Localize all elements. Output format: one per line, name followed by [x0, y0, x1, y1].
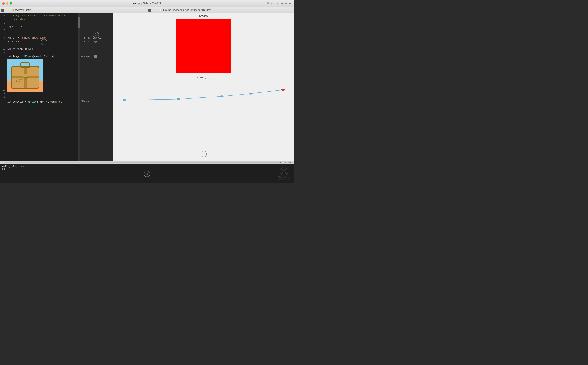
- result-row-2: [80, 21, 113, 25]
- result-row-3: [80, 25, 113, 29]
- grid-icon[interactable]: [1, 8, 4, 12]
- console-line-2: 24: [2, 168, 292, 170]
- code-line-4: [7, 29, 78, 32]
- grid-icon-right[interactable]: [148, 8, 151, 12]
- forward-nav-button[interactable]: ›: [9, 8, 11, 12]
- eye-button[interactable]: [94, 55, 97, 58]
- code-line-5: [7, 32, 78, 36]
- svg-line-16: [285, 172, 287, 174]
- maximize-button[interactable]: [10, 2, 12, 5]
- annotation-2: 2: [93, 32, 99, 38]
- result-row-1: [80, 14, 113, 17]
- progress-time-label: – 30 sec +: [283, 161, 292, 164]
- code-line-11: let image = UIImage(named: "icon")|: [7, 55, 78, 58]
- tab-right: ‹ › 🕐 Timeline › MyPlayground2.playgroun…: [147, 7, 294, 13]
- status-text: Ready: [133, 2, 140, 5]
- breadcrumb: 🕐 Timeline › MyPlayground2.playground (T…: [159, 9, 211, 11]
- traffic-lights: [0, 2, 12, 5]
- main-split: 1 2 3 4 5 6 7 8 9 10 11 12 13 14 //: Pla…: [0, 13, 294, 161]
- code-line-1: //: Playground – noun: a place where peo…: [7, 14, 78, 17]
- progress-bar: ▽ – 30 sec +: [0, 161, 294, 164]
- code-line-2: [7, 21, 78, 25]
- chart-point-1: [123, 99, 126, 101]
- result-row-11: w 1,024 h: [80, 55, 113, 58]
- close-button[interactable]: [2, 2, 5, 5]
- code-line-13: [7, 96, 78, 100]
- result-row-1b: [80, 17, 113, 21]
- result-row-9: [80, 47, 113, 51]
- result-row-7: "Hello, playgr...: [80, 40, 113, 43]
- window-split-icon[interactable]: ▭: [280, 2, 283, 5]
- result-row-12: [80, 92, 113, 96]
- code-line-1b: can play: [7, 17, 78, 21]
- breadcrumb-timeline: Timeline: [163, 9, 171, 11]
- annotation-1: 1: [41, 39, 47, 45]
- watermark-wheel-icon: [280, 167, 289, 176]
- progress-fill: [280, 162, 281, 163]
- breadcrumb-file: MyPlayground2.playground (Timeline): [173, 9, 211, 11]
- annotation-4: 4: [144, 171, 150, 177]
- chart-point-5: [281, 89, 285, 91]
- tab-left: ‹ › ■ MyPlayground2: [0, 7, 147, 13]
- svg-line-15: [281, 168, 283, 170]
- progress-track: [4, 162, 281, 163]
- annotation-3: 3: [201, 151, 207, 157]
- window-icon3[interactable]: ▭: [289, 2, 292, 5]
- result-row-8: [80, 43, 113, 47]
- chart-point-3: [220, 95, 224, 97]
- title-bar: Ready | Today at 下午3:29 ☰ ⟳ ⇄ ▭ ▱ ▭: [0, 0, 294, 7]
- progress-toggle-button[interactable]: ▽: [1, 161, 3, 164]
- code-line-12: [7, 93, 78, 96]
- result-row-13: [80, 96, 113, 99]
- result-row-14: UIView: [80, 99, 113, 103]
- add-tab-button[interactable]: +: [288, 8, 290, 12]
- vertical-scrollbar[interactable]: [78, 13, 80, 161]
- result-rows: "Hello, playgr... "Hello, playgr... w 1,…: [80, 13, 113, 103]
- timeline-svg: [113, 80, 294, 109]
- preview-panel: MyView i 〜 ○ ≡: [113, 13, 294, 161]
- code-line-10: [7, 51, 78, 55]
- svg-line-18: [281, 172, 283, 174]
- forward-nav-button-right[interactable]: ›: [156, 8, 158, 12]
- back-nav-button[interactable]: ‹: [6, 8, 8, 12]
- preview-controls: 〜 ○ ≡: [200, 76, 210, 80]
- code-line-9: import XCPlayground: [7, 47, 78, 51]
- window-icon2[interactable]: ▱: [285, 2, 287, 5]
- watermark-text-1: 51work6.com: [278, 176, 290, 178]
- result-row-10: [80, 51, 113, 55]
- console-line-1: Hello, playground: [2, 165, 292, 168]
- scrollbar-thumb[interactable]: [78, 17, 80, 28]
- lines-button[interactable]: ≡: [209, 76, 210, 79]
- suitcase-image-area: ONLINE: [7, 59, 43, 92]
- result-image-space: [80, 58, 113, 92]
- results-panel: 2 "Hello, playgr... "Hello, playgr... w …: [80, 13, 113, 161]
- dot-button[interactable]: ○: [205, 76, 207, 79]
- title-right-icons: ☰ ⟳ ⇄ ▭ ▱ ▭: [267, 2, 292, 5]
- svg-line-17: [285, 168, 287, 170]
- close-tab-button[interactable]: ×: [291, 8, 292, 12]
- preview-red-box: [176, 19, 231, 73]
- wave-button[interactable]: 〜: [200, 76, 203, 80]
- chart-point-2: [177, 98, 180, 100]
- file-type-icon: ■: [13, 8, 14, 12]
- back-nav-button-right[interactable]: ‹: [153, 8, 155, 12]
- refresh-icon[interactable]: ⟳: [271, 2, 274, 5]
- back-forward-icon[interactable]: ⇄: [276, 2, 278, 5]
- code-content[interactable]: //: Playground – noun: a place where peo…: [7, 13, 80, 161]
- app-window: Ready | Today at 下午3:29 ☰ ⟳ ⇄ ▭ ▱ ▭ ‹ › …: [0, 0, 294, 182]
- preview-title: MyView: [199, 13, 208, 19]
- timeline-chart: 3: [113, 80, 294, 161]
- svg-point-10: [283, 170, 285, 172]
- minimize-button[interactable]: [6, 2, 8, 5]
- watermark-text-2: 51CTO.com: [279, 179, 289, 181]
- watermark: 51work6.com 51CTO.com: [278, 167, 290, 181]
- result-w-text: w 1,024 h: [82, 56, 93, 58]
- datetime-text: Today at 下午3:29: [143, 2, 161, 5]
- line-numbers: 1 2 3 4 5 6 7 8 9 10 11 12 13 14: [0, 13, 7, 161]
- title-center: Ready | Today at 下午3:29: [133, 2, 161, 5]
- menu-icon[interactable]: ☰: [267, 2, 269, 5]
- tab-bar: ‹ › ■ MyPlayground2 ‹ › 🕐 Timeline › MyP…: [0, 7, 294, 13]
- tab-filename: MyPlayground2: [15, 9, 30, 11]
- suitcase-svg: ONLINE: [7, 59, 43, 92]
- console-area: Hello, playground 24 4 51work6.com 51CTO…: [0, 164, 294, 182]
